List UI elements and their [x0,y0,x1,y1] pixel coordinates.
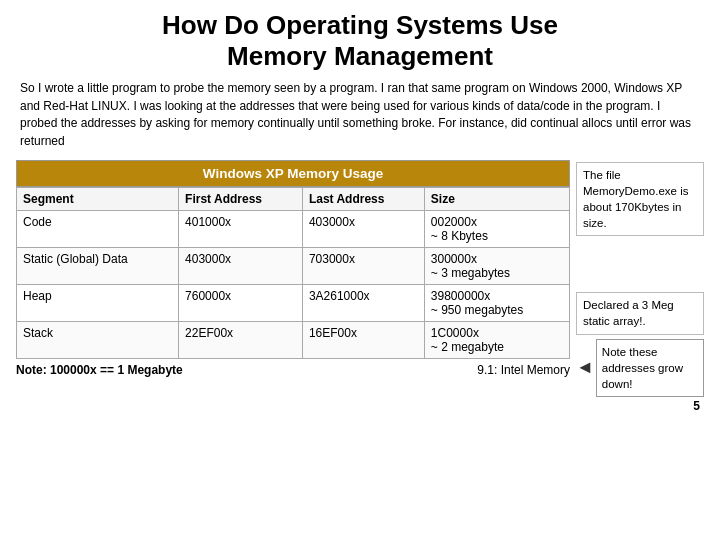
segment-heap: Heap [17,284,179,321]
right-annotations: The file MemoryDemo.exe is about 170Kbyt… [576,160,704,413]
size-stack: 1C0000x ~ 2 megabyte [424,321,569,358]
table-title: Windows XP Memory Usage [16,160,570,187]
col-header-size: Size [424,187,569,210]
size-code: 002000x ~ 8 Kbytes [424,210,569,247]
page: How Do Operating Systems Use Memory Mana… [0,0,720,540]
page-title: How Do Operating Systems Use Memory Mana… [16,10,704,72]
first-addr-stack: 22EF00x [179,321,303,358]
segment-static: Static (Global) Data [17,247,179,284]
last-addr-static: 703000x [302,247,424,284]
table-row: Static (Global) Data 403000x 703000x 300… [17,247,570,284]
size-static: 300000x ~ 3 megabytes [424,247,569,284]
col-header-last: Last Address [302,187,424,210]
left-arrow-icon: ◄ [576,357,594,378]
last-addr-heap: 3A261000x [302,284,424,321]
first-addr-static: 403000x [179,247,303,284]
slide-number: 5 [576,399,700,413]
annotation-file-size: The file MemoryDemo.exe is about 170Kbyt… [576,162,704,236]
col-header-segment: Segment [17,187,179,210]
table-row: Stack 22EF00x 16EF00x 1C0000x ~ 2 megaby… [17,321,570,358]
first-addr-code: 401000x [179,210,303,247]
annotation-note-container: ◄ Note these addresses grow down! 5 [576,339,704,413]
slide-label: 9.1: Intel Memory [477,363,570,377]
table-row: Heap 760000x 3A261000x 39800000x ~ 950 m… [17,284,570,321]
last-addr-code: 403000x [302,210,424,247]
table-row: Code 401000x 403000x 002000x ~ 8 Kbytes [17,210,570,247]
arrow-row: ◄ Note these addresses grow down! [576,339,704,397]
col-header-first: First Address [179,187,303,210]
content-layout: Windows XP Memory Usage Segment First Ad… [16,160,704,413]
intro-text: So I wrote a little program to probe the… [16,80,704,150]
size-heap: 39800000x ~ 950 megabytes [424,284,569,321]
left-column: Windows XP Memory Usage Segment First Ad… [16,160,570,377]
memory-table: Segment First Address Last Address Size … [16,187,570,359]
first-addr-heap: 760000x [179,284,303,321]
last-addr-stack: 16EF00x [302,321,424,358]
bottom-section: Note: 100000x == 1 Megabyte 9.1: Intel M… [16,363,570,377]
annotation-declared: Declared a 3 Meg static array!. [576,292,704,334]
segment-code: Code [17,210,179,247]
annotation-note-these: Note these addresses grow down! [596,339,704,397]
segment-stack: Stack [17,321,179,358]
note-megabyte: Note: 100000x == 1 Megabyte [16,363,183,377]
